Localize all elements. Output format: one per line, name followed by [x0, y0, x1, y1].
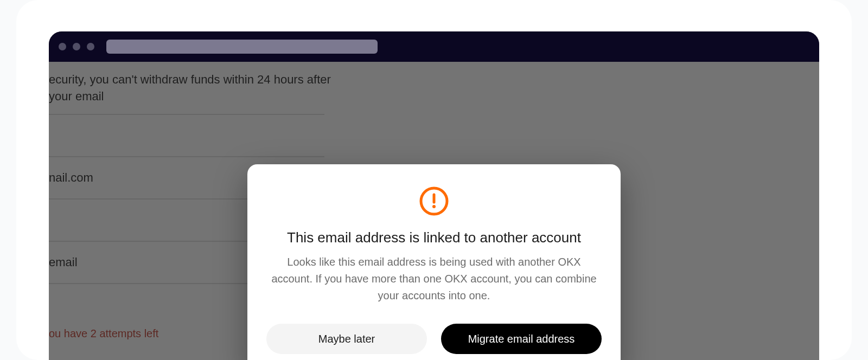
svg-point-2 — [432, 205, 436, 208]
traffic-lights — [59, 43, 94, 50]
email-linked-modal: This email address is linked to another … — [247, 164, 621, 360]
browser-window: ecurity, you can't withdraw funds within… — [49, 31, 819, 360]
migrate-email-button[interactable]: Migrate email address — [441, 324, 602, 354]
modal-title: This email address is linked to another … — [287, 229, 581, 246]
traffic-minimize-icon[interactable] — [73, 43, 80, 50]
maybe-later-button[interactable]: Maybe later — [266, 324, 427, 354]
traffic-maximize-icon[interactable] — [87, 43, 94, 50]
alert-circle-icon — [419, 186, 449, 216]
browser-topbar — [49, 31, 819, 62]
modal-actions: Maybe later Migrate email address — [266, 324, 602, 354]
outer-card: ecurity, you can't withdraw funds within… — [16, 0, 852, 360]
traffic-close-icon[interactable] — [59, 43, 66, 50]
modal-body: Looks like this email address is being u… — [266, 254, 602, 304]
address-bar[interactable] — [106, 40, 378, 54]
